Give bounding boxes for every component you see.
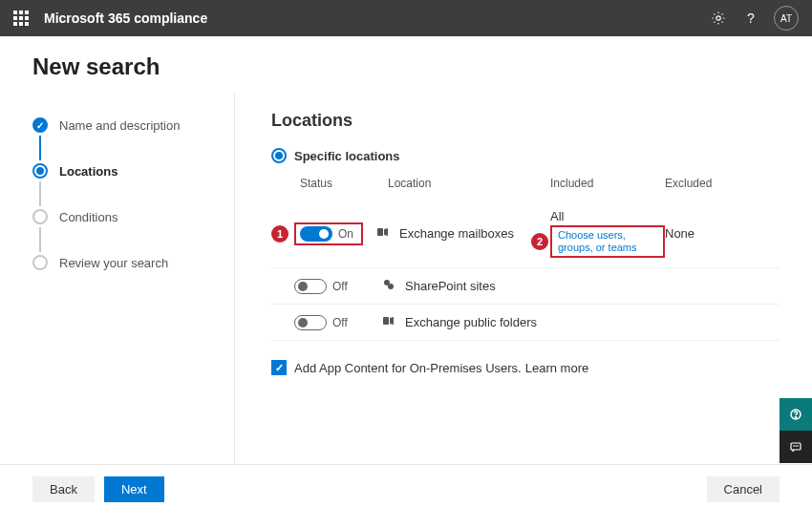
help-fab[interactable] — [780, 398, 812, 431]
sharepoint-icon — [382, 278, 395, 294]
location-name: SharePoint sites — [405, 279, 556, 293]
cancel-button[interactable]: Cancel — [707, 476, 780, 502]
gear-icon[interactable] — [711, 11, 726, 26]
col-included: Included — [550, 177, 665, 190]
callout-badge: 2 — [531, 233, 548, 250]
checkbox[interactable] — [271, 360, 287, 375]
location-name: Exchange mailboxes — [399, 226, 550, 241]
side-fabs — [780, 398, 812, 463]
col-location: Location — [388, 177, 550, 190]
col-status: Status — [300, 177, 388, 190]
feedback-fab[interactable] — [780, 431, 812, 463]
step-label: Name and description — [59, 118, 180, 133]
toggle-exchange-mailboxes[interactable] — [300, 226, 332, 242]
next-button[interactable]: Next — [104, 476, 164, 502]
svg-rect-5 — [383, 317, 389, 325]
included-value: All — [550, 209, 665, 223]
svg-point-4 — [388, 284, 394, 289]
footer: Back Next Cancel — [0, 464, 812, 514]
svg-rect-2 — [377, 228, 383, 236]
choose-users-link[interactable]: Choose users, groups, or teams — [558, 229, 657, 254]
radio-label: Specific locations — [294, 149, 400, 163]
svg-text:?: ? — [747, 11, 755, 25]
step-review[interactable]: Review your search — [32, 252, 234, 273]
toggle-label: Off — [332, 280, 348, 293]
exchange-folder-icon — [382, 314, 395, 330]
highlight-box: On — [294, 222, 363, 245]
step-conditions[interactable]: Conditions — [32, 206, 234, 227]
table-row: 1 On Exchange mailboxes All 2 Choose use… — [271, 200, 780, 268]
toggle-exchange-public-folders[interactable] — [294, 315, 327, 330]
section-title: Locations — [271, 111, 780, 131]
checkbox-label: Add App Content for On-Premises Users. — [294, 361, 522, 375]
svg-point-0 — [716, 16, 720, 20]
exchange-icon — [376, 225, 390, 242]
page-title: New search — [0, 36, 812, 94]
excluded-value: None — [665, 226, 694, 241]
svg-point-7 — [795, 416, 796, 417]
app-title: Microsoft 365 compliance — [44, 11, 207, 26]
highlight-box: 2 Choose users, groups, or teams — [550, 225, 665, 258]
stepper: Name and description Locations Condition… — [32, 94, 235, 464]
toggle-sharepoint-sites[interactable] — [294, 279, 327, 294]
table-row: Off SharePoint sites — [271, 268, 780, 305]
table-header: Status Location Included Excluded — [271, 171, 780, 200]
back-button[interactable]: Back — [32, 476, 95, 502]
location-name: Exchange public folders — [405, 315, 556, 329]
on-prem-checkbox-row: Add App Content for On-Premises Users. L… — [271, 360, 780, 375]
table-row: Off Exchange public folders — [271, 305, 780, 341]
toggle-label: Off — [332, 316, 348, 329]
app-launcher-icon[interactable] — [13, 11, 29, 26]
learn-more-link[interactable]: Learn more — [525, 361, 588, 375]
radio-icon[interactable] — [271, 148, 287, 163]
radio-specific-locations[interactable]: Specific locations — [271, 148, 780, 163]
avatar[interactable]: AT — [774, 6, 799, 31]
step-locations[interactable]: Locations — [32, 160, 234, 181]
callout-badge: 1 — [271, 225, 288, 243]
step-label: Conditions — [59, 210, 118, 224]
step-label: Locations — [59, 164, 118, 179]
col-excluded: Excluded — [665, 177, 741, 190]
toggle-label: On — [338, 227, 353, 241]
top-bar: Microsoft 365 compliance ? AT — [0, 0, 812, 36]
help-icon[interactable]: ? — [743, 11, 757, 25]
step-label: Review your search — [59, 256, 168, 270]
main-content: Locations Specific locations Status Loca… — [235, 94, 780, 464]
step-name-description[interactable]: Name and description — [32, 115, 234, 136]
